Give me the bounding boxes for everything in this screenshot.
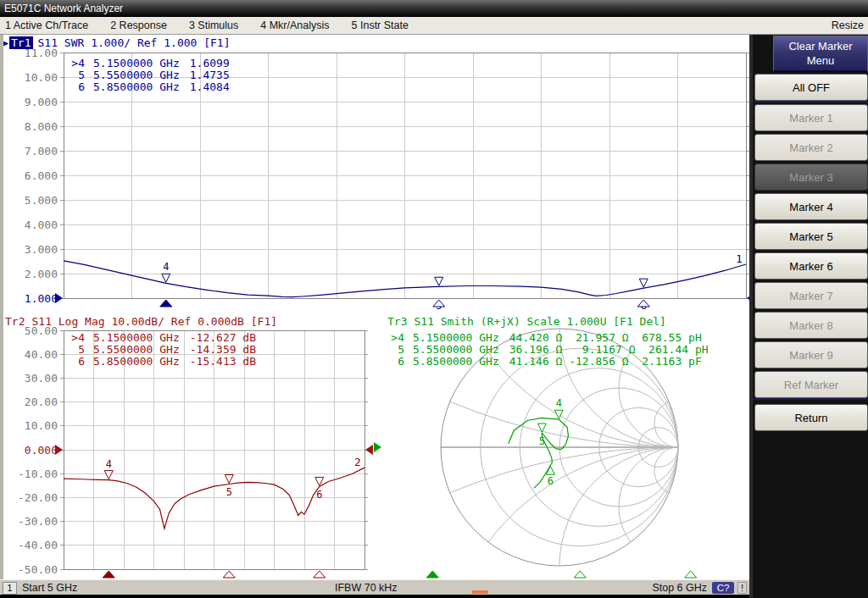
svg-text:-50.00: -50.00 [18,563,58,576]
marker-stimulus-triangle [160,300,172,307]
marker-6-label: 6 [316,489,322,501]
svg-text:-40.00: -40.00 [18,539,58,551]
svg-text:7.000: 7.000 [25,145,58,158]
softkey-marker-9[interactable]: Marker 9 [754,341,868,368]
softkey-separator [753,101,868,102]
marker-stimulus: 5.8500000 GHz [93,356,180,368]
trace-name-chip[interactable]: Tr3 [386,315,409,328]
app-window: E5071C Network Analyzer 1 Active Ch/Trac… [0,0,868,598]
marker-readout-tr1: >45.1500000 GHz1.609955.5500000 GHz1.473… [66,58,230,93]
svg-text:40.00: 40.00 [25,348,58,361]
marker-stimulus-triangle [574,571,586,578]
marker-4-icon [554,410,563,418]
marker-readout-row: >45.1500000 GHz44.420 Ω 21.957 Ω 678.55 … [386,332,709,344]
status-start-frequency: Start 5 GHz [22,582,77,594]
menu-item-2-response[interactable]: 2 Response [110,19,167,31]
svg-text:8.000: 8.000 [25,120,58,133]
trace-name-chip[interactable]: Tr1 [9,36,32,49]
marker-readout-row: 55.5500000 GHz-14.359 dB [66,344,256,356]
plots-svg: 11.0010.009.0008.0007.0006.0005.0004.000… [0,35,749,579]
marker-stimulus: 5.5500000 GHz [413,344,499,356]
marker-4-icon [104,471,113,479]
softkey-return[interactable]: Return [754,404,868,431]
softkey-menu-title: Clear Marker Menu [773,36,868,72]
marker-stimulus: 5.1500000 GHz [93,58,180,69]
trace-format-text: S11 SWR 1.000/ Ref 1.000 [F1] [38,36,231,49]
svg-text:5.000: 5.000 [25,194,58,207]
smith-reference-arrow [374,442,381,452]
marker-number: 6 [386,356,404,368]
menu-item-1-active-ch-trace[interactable]: 1 Active Ch/Trace [5,19,88,31]
svg-text:-20.00: -20.00 [18,491,58,504]
marker-number: >4 [386,332,404,344]
marker-4-icon [162,274,170,282]
marker-stimulus: 5.8500000 GHz [413,356,499,368]
marker-5-label: 5 [539,435,545,447]
softkey-menu: Clear Marker Menu All OFFMarker 1Marker … [749,35,868,598]
softkey-marker-6[interactable]: Marker 6 [754,252,868,280]
marker-value: 1.4084 [190,81,230,93]
svg-text:2.000: 2.000 [25,268,58,280]
svg-text:30.00: 30.00 [25,372,58,385]
trace-name-chip[interactable]: Tr2 [3,315,26,328]
softkey-marker-5[interactable]: Marker 5 [754,223,868,250]
softkey-marker-2[interactable]: Marker 2 [754,134,868,161]
status-stop-frequency: Stop 6 GHz [652,582,707,594]
window-title: E5071C Network Analyzer [4,3,123,14]
menu-item-5-instr-state[interactable]: 5 Instr State [352,19,409,31]
softkey-marker-8[interactable]: Marker 8 [754,312,868,339]
softkey-marker-3[interactable]: Marker 3 [754,163,868,191]
marker-value: -12.627 dB [190,332,256,344]
marker-6-label: 6 [548,475,554,487]
marker-value: 36.196 Ω 9.1167 Ω 261.44 pH [509,344,709,356]
marker-5-icon [435,277,443,285]
svg-text:20.00: 20.00 [25,396,58,408]
softkey-marker-7[interactable]: Marker 7 [754,282,868,309]
marker-value: 1.4735 [190,69,230,81]
marker-stimulus: 5.1500000 GHz [93,332,180,344]
menu-item-4-mkr-analysis[interactable]: 4 Mkr/Analysis [260,19,329,31]
svg-text:-10.00: -10.00 [18,468,58,480]
softkey-marker-1[interactable]: Marker 1 [754,104,868,131]
marker-value: -15.413 dB [190,356,256,368]
marker-stimulus: 5.1500000 GHz [413,332,499,344]
marker-5-icon [225,474,233,483]
reference-level-arrow-left [55,445,63,455]
marker-readout-row: >45.1500000 GHz1.6099 [66,58,230,69]
softkey-separator [753,398,868,400]
marker-number: 6 [66,81,85,93]
marker-number: 5 [66,69,85,81]
reference-level-arrow-right [365,445,373,455]
marker-stimulus-triangle [433,300,445,307]
svg-text:6.000: 6.000 [25,169,58,182]
softkey-marker-4[interactable]: Marker 4 [754,193,868,220]
alert-indicator: ! [737,582,747,594]
marker-stimulus-triangle [426,571,438,578]
softkey-scroll-strip [749,35,753,598]
correction-status-badge: C? [712,582,734,594]
trace-format-text: S11 Smith (R+jX) Scale 1.000U [F1 Del] [414,315,665,328]
active-trace-arrow-icon: ▶ [3,38,8,47]
softkey-all-off[interactable]: All OFF [754,74,868,101]
marker-number: 5 [66,344,85,356]
marker-value: 1.6099 [190,58,230,69]
marker-number: >4 [66,58,85,69]
marker-readout-row: 65.8500000 GHz1.4084 [66,81,230,93]
menu-item-3-stimulus[interactable]: 3 Stimulus [189,19,238,31]
marker-value: -14.359 dB [190,344,256,356]
svg-text:9.000: 9.000 [25,96,58,108]
tr1-trace-number-label: 1 [736,252,743,265]
marker-stimulus-triangle [685,571,697,578]
marker-stimulus-triangle [223,571,235,578]
marker-number: >4 [66,332,85,344]
tr1-y-axis-labels: 11.0010.009.0008.0007.0006.0005.0004.000… [25,47,58,305]
marker-number: 5 [386,344,404,356]
marker-6-icon [639,279,648,287]
marker-value: 44.420 Ω 21.957 Ω 678.55 pH [509,332,702,344]
menu-item-resize[interactable]: Resize [832,17,864,34]
title-bar[interactable]: E5071C Network Analyzer [0,0,868,17]
reference-level-arrow-left [55,293,63,303]
marker-value: 41.146 Ω -12.856 Ω 2.1163 pF [509,356,702,368]
softkey-ref-marker[interactable]: Ref Marker [754,371,868,398]
svg-text:10.00: 10.00 [25,419,58,432]
